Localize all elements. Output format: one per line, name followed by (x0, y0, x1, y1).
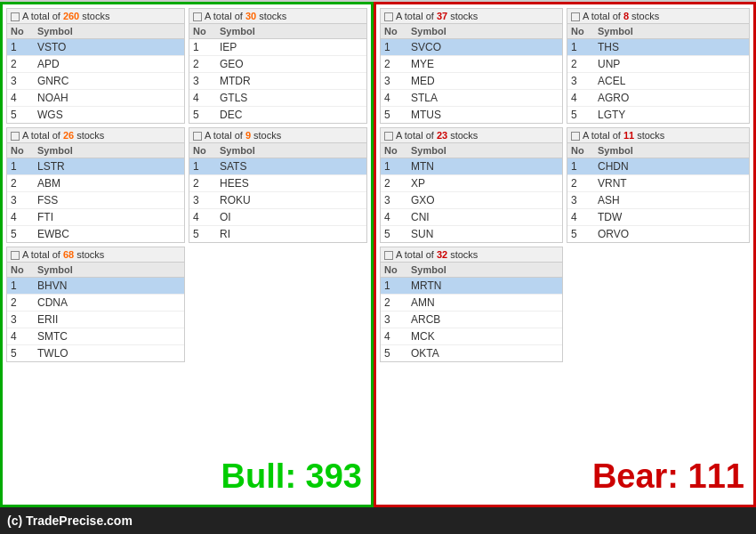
table-row: 4SMTC (7, 328, 184, 345)
cell-symbol: GXO (407, 192, 562, 208)
cell-symbol: GEO (216, 56, 366, 72)
cell-no: 3 (567, 192, 594, 208)
col-header-symbol: Symbol (407, 24, 562, 38)
cell-symbol: IEP (216, 39, 366, 55)
cell-symbol: SMTC (34, 328, 184, 344)
cell-no: 4 (567, 90, 594, 106)
cell-no: 5 (189, 226, 216, 242)
cell-symbol: DEC (216, 107, 366, 123)
cell-no: 2 (7, 56, 34, 72)
table-row: 3ROKU (189, 192, 366, 209)
col-header: NoSymbol (7, 24, 184, 39)
table-row: 2GEO (189, 56, 366, 73)
cell-no: 2 (567, 56, 594, 72)
cell-no: 4 (7, 90, 34, 106)
table-icon (193, 132, 202, 141)
table-icon (384, 251, 393, 260)
stock-table: A total of 26 stocksNoSymbol1LSTR2ABM3FS… (6, 127, 185, 243)
cell-symbol: UNP (594, 56, 749, 72)
cell-symbol: MED (407, 73, 562, 89)
table-header: A total of 8 stocks (567, 9, 749, 24)
col-header-no: No (567, 24, 594, 38)
table-row: 1VSTO (7, 39, 184, 56)
cell-no: 2 (381, 56, 407, 72)
col-header-symbol: Symbol (594, 143, 749, 158)
stock-count: 23 (437, 130, 447, 141)
cell-no: 3 (381, 312, 407, 328)
table-row: 2HEES (189, 175, 366, 192)
table-header: A total of 30 stocks (189, 9, 366, 24)
col-header-no: No (381, 143, 407, 158)
cell-symbol: MRTN (407, 278, 562, 294)
table-row: 5MTUS (381, 107, 562, 123)
cell-no: 1 (567, 39, 594, 55)
table-row: 2ABM (7, 175, 184, 192)
cell-no: 3 (381, 73, 407, 89)
cell-symbol: RI (216, 226, 366, 242)
table-row: 5SUN (381, 226, 562, 242)
main-container: A total of 260 stocksNoSymbol1VSTO2APD3G… (0, 0, 756, 507)
stock-count: 11 (623, 130, 634, 141)
cell-no: 4 (381, 209, 407, 225)
table-row: 1SVCO (381, 39, 562, 56)
cell-symbol: CDNA (34, 295, 184, 311)
col-header-symbol: Symbol (407, 143, 562, 158)
cell-no: 5 (381, 107, 407, 123)
table-row: 4TDW (567, 209, 749, 226)
table-row: 1BHVN (7, 278, 184, 295)
cell-symbol: GNRC (34, 73, 184, 89)
cell-symbol: THS (594, 39, 749, 55)
cell-symbol: LGTY (594, 107, 749, 123)
table-header: A total of 68 stocks (7, 247, 184, 263)
stock-count: 30 (245, 11, 256, 21)
cell-symbol: MTDR (216, 73, 366, 89)
table-row: 4GTLS (189, 90, 366, 107)
cell-no: 2 (7, 175, 34, 191)
bear-column-1: A total of 37 stocksNoSymbol1SVCO2MYE3ME… (380, 8, 563, 501)
cell-symbol: SVCO (407, 39, 562, 55)
table-icon (571, 132, 580, 141)
table-row: 1CHDN (567, 158, 749, 175)
col-header: NoSymbol (7, 143, 184, 158)
cell-no: 2 (381, 295, 407, 311)
table-row: 2MYE (381, 56, 562, 73)
table-header: A total of 9 stocks (189, 128, 366, 143)
cell-symbol: TWLO (34, 345, 184, 361)
cell-symbol: ERII (34, 312, 184, 328)
table-header: A total of 11 stocks (567, 128, 749, 143)
stock-table: A total of 68 stocksNoSymbol1BHVN2CDNA3E… (6, 247, 185, 362)
cell-symbol: ASH (594, 192, 749, 208)
cell-no: 3 (381, 192, 407, 208)
cell-symbol: FSS (34, 192, 184, 208)
cell-symbol: AGRO (594, 90, 749, 106)
cell-no: 2 (567, 175, 594, 191)
table-header: A total of 32 stocks (381, 247, 562, 263)
table-row: 3ACEL (567, 73, 749, 90)
col-header: NoSymbol (381, 24, 562, 39)
col-header-symbol: Symbol (407, 263, 562, 277)
col-header: NoSymbol (567, 143, 749, 158)
stock-count: 260 (63, 11, 79, 21)
col-header-no: No (189, 24, 216, 38)
cell-symbol: ROKU (216, 192, 366, 208)
cell-symbol: APD (34, 56, 184, 72)
col-header-no: No (7, 24, 34, 38)
table-row: 3GNRC (7, 73, 184, 90)
cell-no: 2 (189, 56, 216, 72)
stock-count: 37 (437, 11, 447, 21)
col-header-symbol: Symbol (216, 24, 366, 38)
table-row: 3MTDR (189, 73, 366, 90)
table-row: 5OKTA (381, 345, 562, 361)
stock-table: A total of 11 stocksNoSymbol1CHDN2VRNT3A… (567, 127, 750, 243)
stock-count: 68 (63, 249, 74, 260)
cell-symbol: FTI (34, 209, 184, 225)
table-row: 4STLA (381, 90, 562, 107)
cell-symbol: TDW (594, 209, 749, 225)
cell-no: 4 (7, 328, 34, 344)
cell-no: 1 (7, 158, 34, 174)
col-header-no: No (7, 263, 34, 277)
table-icon (384, 132, 393, 141)
col-header-no: No (381, 263, 407, 277)
cell-symbol: SUN (407, 226, 562, 242)
table-row: 2XP (381, 175, 562, 192)
